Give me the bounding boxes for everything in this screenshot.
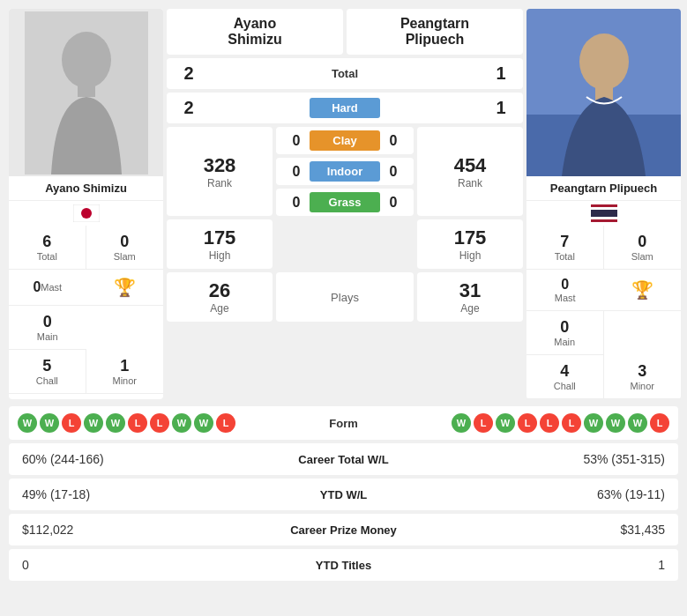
clay-right-score: 0 xyxy=(380,133,407,149)
right-age-label: Age xyxy=(460,302,479,315)
career-wl-left: 60% (244-166) xyxy=(22,452,198,466)
hard-right-score: 1 xyxy=(488,98,514,118)
ytd-wl-right: 63% (19-11) xyxy=(489,487,665,501)
grass-left-score: 0 xyxy=(283,195,310,211)
plays-center: Plays xyxy=(276,272,414,322)
form-badge-right-w: W xyxy=(584,413,603,433)
left-player-card: Ayano Shimizu 6 Total 0 Slam xyxy=(9,9,163,399)
trophy-icon-right: 🏆 xyxy=(631,279,653,301)
ytd-titles-left: 0 xyxy=(22,558,198,572)
middle-panel: AyanoShimizu PeangtarnPlipuech 2 Total 1… xyxy=(167,9,523,399)
left-rank-value: 328 xyxy=(204,154,236,177)
indoor-button[interactable]: Indoor xyxy=(310,161,380,182)
left-main-cell: 0 Main xyxy=(9,306,86,350)
form-badge-left-w: W xyxy=(106,413,125,433)
hard-left-score: 2 xyxy=(175,98,202,118)
left-main-label: Main xyxy=(12,331,83,342)
left-total-value: 6 xyxy=(12,233,82,251)
right-name-text: PeangtarnPlipuech xyxy=(350,16,519,48)
ytd-titles-row: 0 YTD Titles 1 xyxy=(9,549,678,581)
prize-label: Career Prize Money xyxy=(198,523,489,537)
clay-button[interactable]: Clay xyxy=(310,130,380,151)
left-challminor-grid: 5 Chall 1 Minor xyxy=(9,350,163,394)
clay-left-score: 0 xyxy=(283,133,310,149)
left-main-value: 0 xyxy=(12,313,83,331)
form-badge-left-w: W xyxy=(18,413,37,433)
form-label: Form xyxy=(329,417,358,430)
right-high-label: High xyxy=(459,249,482,262)
form-badge-right-l: L xyxy=(518,413,537,433)
indoor-left-score: 0 xyxy=(283,164,310,180)
right-minor-value: 3 xyxy=(608,362,678,381)
form-badge-right-l: L xyxy=(650,413,669,433)
japan-flag-icon xyxy=(73,204,100,222)
total-vs-row: 2 Total 1 xyxy=(167,58,523,89)
left-trophy-icon-cell: 🏆 xyxy=(86,270,164,306)
right-minor-cell: 3 Minor xyxy=(604,355,682,399)
rank-high-row: 328 Rank 0 Clay 0 0 Indoor 0 xyxy=(167,127,523,216)
form-badge-right-w: W xyxy=(496,413,515,433)
right-player-name: Peangtarn Plipuech xyxy=(526,176,681,201)
main-container: Ayano Shimizu 6 Total 0 Slam xyxy=(0,0,687,593)
left-name-middle: AyanoShimizu xyxy=(167,9,343,55)
right-main-value: 0 xyxy=(530,318,600,337)
form-badge-left-w: W xyxy=(84,413,103,433)
right-challminor-grid: 4 Chall 3 Minor xyxy=(526,355,681,399)
left-high-value: 175 xyxy=(204,226,236,249)
left-total-cell: 6 Total xyxy=(9,226,86,270)
indoor-vs-row: 0 Indoor 0 xyxy=(276,158,414,185)
indoor-right-score: 0 xyxy=(380,164,407,180)
right-name-middle: PeangtarnPlipuech xyxy=(347,9,523,55)
left-slam-label: Slam xyxy=(90,251,161,262)
hard-button[interactable]: Hard xyxy=(310,98,380,118)
right-stats-grid: 7 Total 0 Slam 0 Mast 🏆 0 Main xyxy=(526,226,681,355)
grass-right-score: 0 xyxy=(380,195,407,211)
left-stats-grid: 6 Total 0 Slam 0 Mast 🏆 0 M xyxy=(9,226,163,350)
right-total-value: 7 xyxy=(530,233,600,251)
left-rank-box: 328 Rank xyxy=(167,127,273,216)
form-badge-right-l: L xyxy=(562,413,581,433)
left-chall-value: 5 xyxy=(12,357,82,375)
right-age-value: 31 xyxy=(459,279,481,302)
form-badge-right-w: W xyxy=(628,413,647,433)
surfaces-col: 0 Clay 0 0 Indoor 0 0 Grass 0 xyxy=(276,127,414,216)
right-age-box: 31 Age xyxy=(417,272,523,322)
right-slam-value: 0 xyxy=(608,233,678,251)
right-slam-cell: 0 Slam xyxy=(604,226,682,270)
left-minor-value: 1 xyxy=(90,357,161,375)
form-badge-left-l: L xyxy=(150,413,169,433)
svg-rect-2 xyxy=(78,84,95,97)
total-label: Total xyxy=(332,67,358,80)
left-mast-value: 0 xyxy=(33,279,41,295)
right-high-value: 175 xyxy=(454,226,487,249)
right-chall-cell: 4 Chall xyxy=(526,355,604,399)
grass-button[interactable]: Grass xyxy=(310,192,380,212)
hard-vs-row: 2 Hard 1 xyxy=(167,93,523,123)
left-player-photo xyxy=(9,9,163,176)
left-total-label: Total xyxy=(12,251,82,262)
ytd-titles-right: 1 xyxy=(489,558,665,572)
left-minor-cell: 1 Minor xyxy=(86,350,164,394)
names-row: AyanoShimizu PeangtarnPlipuech xyxy=(167,9,523,55)
left-slam-value: 0 xyxy=(90,233,161,251)
left-chall-cell: 5 Chall xyxy=(9,350,86,394)
left-form-badges: WWLWWLLWWL xyxy=(18,413,235,433)
right-mast-label: Mast xyxy=(555,293,576,303)
right-flag-container xyxy=(526,201,681,226)
career-wl-row: 60% (244-166) Career Total W/L 53% (351-… xyxy=(9,443,678,475)
right-main-cell: 0 Main xyxy=(526,311,604,355)
ytd-wl-row: 49% (17-18) YTD W/L 63% (19-11) xyxy=(9,479,678,510)
right-main-label: Main xyxy=(530,337,600,347)
total-left-score: 2 xyxy=(175,63,202,84)
left-minor-label: Minor xyxy=(90,375,161,386)
ytd-wl-left: 49% (17-18) xyxy=(22,487,198,501)
ytd-wl-label: YTD W/L xyxy=(198,488,489,501)
left-age-box: 26 Age xyxy=(167,272,273,322)
right-high-box: 175 High xyxy=(417,219,523,269)
right-player-photo xyxy=(526,9,681,176)
right-mast-cell: 0 Mast xyxy=(526,270,604,311)
form-badge-left-w: W xyxy=(194,413,213,433)
player-comparison-section: Ayano Shimizu 6 Total 0 Slam xyxy=(9,9,678,399)
prize-row: $112,022 Career Prize Money $31,435 xyxy=(9,514,678,545)
spacer xyxy=(276,219,414,269)
